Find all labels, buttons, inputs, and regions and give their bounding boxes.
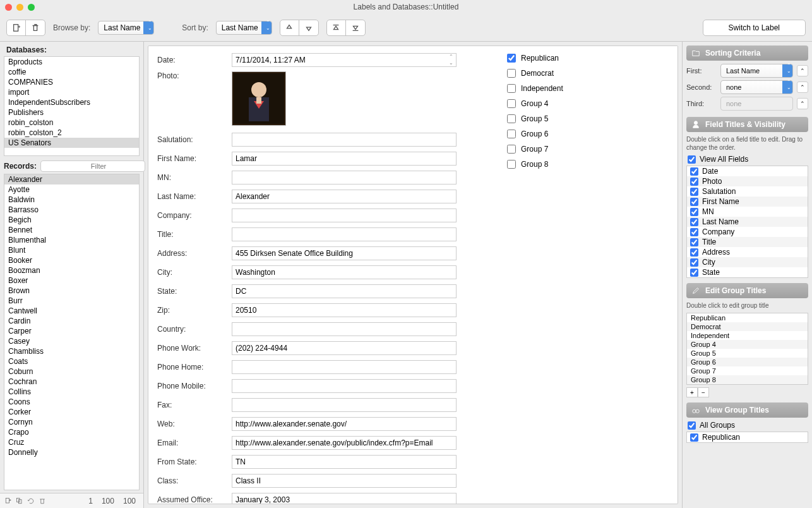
record-item[interactable]: Boxer xyxy=(4,275,139,286)
record-item[interactable]: Collins xyxy=(4,387,139,397)
field-checkbox[interactable] xyxy=(690,167,698,176)
first-name-field[interactable] xyxy=(232,152,457,166)
sort-second-dir[interactable]: ⌃ xyxy=(797,82,808,93)
move-bottom-button[interactable] xyxy=(346,20,365,35)
sort-down-button[interactable] xyxy=(299,20,318,35)
record-item[interactable]: Corker xyxy=(4,407,139,417)
field-checkbox[interactable] xyxy=(690,258,698,267)
record-item[interactable]: Cantwell xyxy=(4,306,139,316)
move-top-button[interactable] xyxy=(327,20,346,35)
edit-group-item[interactable]: Group 7 xyxy=(687,366,808,375)
record-item[interactable]: Blunt xyxy=(4,245,139,255)
group-checkbox[interactable] xyxy=(507,114,516,123)
records-filter-input[interactable] xyxy=(40,160,145,172)
database-item[interactable]: IndependentSubscribers xyxy=(4,97,139,107)
record-item[interactable]: Coburn xyxy=(4,366,139,377)
record-item[interactable]: Crapo xyxy=(4,427,139,437)
field-checkbox[interactable] xyxy=(690,178,698,186)
group-checkbox[interactable] xyxy=(507,160,516,169)
field-checkbox[interactable] xyxy=(690,269,698,277)
record-item[interactable]: Cornyn xyxy=(4,417,139,427)
group-checkbox[interactable] xyxy=(507,69,516,78)
country-field[interactable] xyxy=(232,322,457,336)
database-item[interactable]: import xyxy=(4,87,139,97)
record-item[interactable]: Alexander xyxy=(4,174,139,184)
record-item[interactable]: Booker xyxy=(4,255,139,265)
city-field[interactable] xyxy=(232,265,457,279)
fax-field[interactable] xyxy=(232,398,457,412)
record-item[interactable]: Ayotte xyxy=(4,184,139,195)
group-checkbox[interactable] xyxy=(507,84,516,93)
view-all-fields-checkbox[interactable] xyxy=(688,155,696,164)
record-item[interactable]: Coats xyxy=(4,356,139,366)
edit-group-item[interactable]: Independent xyxy=(687,331,808,340)
database-item[interactable]: Publishers xyxy=(4,107,139,118)
edit-group-item[interactable]: Group 8 xyxy=(687,375,808,384)
database-item[interactable]: US Senators xyxy=(4,138,139,148)
all-groups-checkbox[interactable] xyxy=(688,421,696,430)
record-item[interactable]: Begich xyxy=(4,215,139,225)
field-checkbox[interactable] xyxy=(690,218,698,226)
phone-mobile-field[interactable] xyxy=(232,379,457,393)
records-list[interactable]: AlexanderAyotteBaldwinBarrassoBegichBenn… xyxy=(4,174,140,490)
field-checkbox[interactable] xyxy=(690,208,698,216)
photo-thumb[interactable] xyxy=(232,71,286,126)
assumed-office-field[interactable] xyxy=(232,493,457,504)
record-item[interactable]: Coons xyxy=(4,397,139,407)
sort-first-dir[interactable]: ⌃ xyxy=(797,65,808,76)
view-group-list[interactable]: Republican xyxy=(686,432,808,443)
view-group-checkbox[interactable] xyxy=(690,433,698,442)
field-checkbox[interactable] xyxy=(690,198,698,206)
record-item[interactable]: Blumenthal xyxy=(4,235,139,245)
email-field[interactable] xyxy=(232,436,457,450)
field-visibility-row[interactable]: First Name xyxy=(687,197,808,207)
edit-group-item[interactable]: Group 4 xyxy=(687,340,808,349)
phone-home-field[interactable] xyxy=(232,360,457,374)
record-item[interactable]: Boozman xyxy=(4,265,139,275)
field-visibility-row[interactable]: Title xyxy=(687,237,808,247)
phone-work-field[interactable] xyxy=(232,341,457,355)
new-record-button[interactable] xyxy=(7,20,26,35)
state-field[interactable] xyxy=(232,284,457,298)
company-field[interactable] xyxy=(232,209,457,222)
record-item[interactable]: Donnelly xyxy=(4,447,139,457)
field-visibility-row[interactable]: Last Name xyxy=(687,217,808,227)
last-name-field[interactable] xyxy=(232,190,457,203)
from-state-field[interactable] xyxy=(232,455,457,469)
title-field[interactable] xyxy=(232,227,457,241)
field-checkbox[interactable] xyxy=(690,188,698,196)
sort-second-select[interactable]: none xyxy=(720,80,793,94)
field-visibility-row[interactable]: Company xyxy=(687,227,808,237)
record-item[interactable]: Chambliss xyxy=(4,346,139,356)
group-checkbox[interactable] xyxy=(507,130,516,138)
address-field[interactable] xyxy=(232,246,457,260)
switch-to-label-button[interactable]: Switch to Label xyxy=(703,20,806,36)
database-item[interactable]: coffie xyxy=(4,67,139,77)
sort-by-select[interactable]: Last Name xyxy=(216,21,272,35)
edit-group-item[interactable]: Group 5 xyxy=(687,349,808,358)
record-item[interactable]: Casey xyxy=(4,336,139,346)
record-item[interactable]: Bennet xyxy=(4,225,139,235)
field-visibility-row[interactable]: Date xyxy=(687,166,808,176)
delete-record-button[interactable] xyxy=(26,20,45,35)
edit-group-item[interactable]: Republican xyxy=(687,313,808,322)
refresh-icon[interactable] xyxy=(25,495,37,507)
mn-field[interactable] xyxy=(232,171,457,184)
duplicate-icon[interactable] xyxy=(14,495,25,507)
record-item[interactable]: Barrasso xyxy=(4,205,139,215)
record-item[interactable]: Carper xyxy=(4,326,139,336)
database-item[interactable]: robin_colston xyxy=(4,118,139,128)
web-field[interactable] xyxy=(232,417,457,431)
field-checkbox[interactable] xyxy=(690,228,698,236)
sort-up-button[interactable] xyxy=(280,20,299,35)
sort-first-select[interactable]: Last Name xyxy=(720,64,793,78)
salutation-field[interactable] xyxy=(232,133,457,147)
field-visibility-list[interactable]: DatePhotoSalutationFirst NameMNLast Name… xyxy=(686,166,808,278)
edit-group-item[interactable]: Democrat xyxy=(687,322,808,331)
database-item[interactable]: Bproducts xyxy=(4,57,139,67)
field-visibility-row[interactable]: MN xyxy=(687,207,808,217)
field-visibility-row[interactable]: State xyxy=(687,267,808,277)
field-visibility-row[interactable]: Address xyxy=(687,247,808,257)
field-visibility-row[interactable]: City xyxy=(687,257,808,267)
group-checkbox[interactable] xyxy=(507,145,516,154)
